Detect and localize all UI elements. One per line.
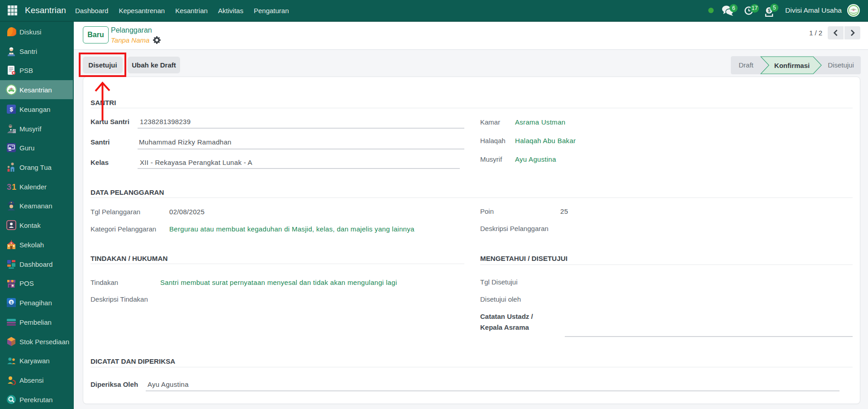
svg-text:1: 1: [12, 183, 16, 192]
svg-text:3: 3: [7, 183, 11, 192]
svg-text:Konfirmasi: Konfirmasi: [774, 62, 810, 69]
svg-text:$: $: [10, 300, 12, 305]
svg-text:$: $: [10, 106, 13, 113]
